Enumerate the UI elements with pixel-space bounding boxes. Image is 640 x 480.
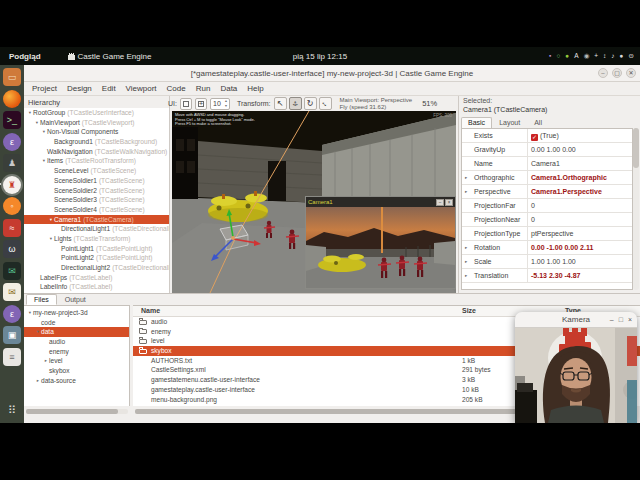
menu-viewport[interactable]: Viewport bbox=[121, 84, 162, 93]
hierarchy-row-mainviewport[interactable]: ▾MainViewport(TCastleViewport) bbox=[24, 118, 169, 128]
hierarchy-row-directionallight1[interactable]: DirectionalLight1(TCastleDirectionalLigh… bbox=[24, 224, 169, 234]
hierarchy-row-labelfps[interactable]: LabelFps(TCastleLabel) bbox=[24, 273, 169, 283]
tree-row-audio[interactable]: audio bbox=[24, 337, 129, 347]
hierarchy-row-scenesoldier1[interactable]: SceneSoldier1(TCastleScene) bbox=[24, 176, 169, 186]
castle-engine-icon[interactable]: ♜ bbox=[3, 176, 21, 194]
files-icon[interactable]: ▭ bbox=[3, 68, 21, 86]
expand-arrow-icon[interactable]: ▸ bbox=[465, 255, 467, 268]
minimize-button[interactable]: – bbox=[598, 68, 608, 78]
translate-tool[interactable]: ↔↕ bbox=[289, 97, 302, 110]
camera-preview-titlebar[interactable]: Camera1 – × bbox=[306, 197, 455, 207]
firefox-icon[interactable] bbox=[3, 90, 21, 108]
tree-row-my-new-project-3d[interactable]: ▾my-new-project-3d bbox=[24, 308, 129, 318]
text-editor-icon[interactable]: ≡ bbox=[3, 348, 21, 366]
focused-app-indicator[interactable]: Castle Game Engine bbox=[67, 52, 152, 61]
hierarchy-row-pointlight2[interactable]: PointLight2(TCastlePointLight) bbox=[24, 253, 169, 263]
hierarchy-row-directionallight2[interactable]: DirectionalLight2(TCastleDirectionalLigh… bbox=[24, 263, 169, 273]
expand-arrow-icon[interactable]: ▸ bbox=[465, 269, 467, 282]
property-row-projectionfar[interactable]: ProjectionFar0 bbox=[462, 199, 632, 213]
property-value[interactable]: 0 bbox=[528, 213, 632, 226]
property-value[interactable]: 0 bbox=[528, 199, 632, 212]
camera-preview-pin-button[interactable]: – bbox=[436, 199, 444, 206]
menu-data[interactable]: Data bbox=[215, 84, 242, 93]
column-name[interactable]: Name bbox=[141, 307, 160, 314]
hierarchy-row-scenesoldier3[interactable]: SceneSoldier3(TCastleScene) bbox=[24, 195, 169, 205]
stepper-arrows[interactable]: ▲▼ bbox=[223, 99, 229, 109]
maximize-button[interactable]: ▢ bbox=[612, 68, 622, 78]
rotate-tool[interactable]: ↻ bbox=[304, 97, 317, 110]
mail-yellow-icon[interactable]: ✉ bbox=[3, 283, 21, 301]
tab-files[interactable]: Files bbox=[26, 294, 57, 305]
tree-row-level[interactable]: ▸level bbox=[24, 356, 129, 366]
menu-code[interactable]: Code bbox=[162, 84, 191, 93]
window-titlebar[interactable]: [*gamestateplay.castle-user-interface] m… bbox=[24, 65, 640, 82]
ui-panel-button[interactable] bbox=[180, 98, 192, 110]
chat-indicator-icon[interactable]: ▪ bbox=[549, 52, 551, 60]
property-row-perspective[interactable]: ▸PerspectiveCamera1.Perspective bbox=[462, 185, 632, 199]
game-tool-icon[interactable]: ♟ bbox=[3, 154, 21, 172]
property-value[interactable]: 0.00 -1.00 0.00 2.11 bbox=[528, 241, 632, 254]
expand-arrow-icon[interactable]: ▸ bbox=[465, 185, 467, 198]
activities-button[interactable]: Podgląd bbox=[9, 52, 41, 61]
menu-edit[interactable]: Edit bbox=[97, 84, 121, 93]
hierarchy-row-camera1[interactable]: ▾Camera1(TCastleCamera) bbox=[24, 215, 169, 225]
discord-icon[interactable]: ω bbox=[3, 240, 21, 258]
column-size[interactable]: Size bbox=[462, 307, 476, 314]
property-value[interactable]: Camera1.Orthographic bbox=[528, 171, 632, 184]
hierarchy-row-scenelevel[interactable]: SceneLevel(TCastleScene) bbox=[24, 166, 169, 176]
scrollbar-thumb[interactable] bbox=[26, 409, 118, 414]
emacs-icon[interactable]: ε bbox=[3, 133, 21, 151]
down-arrow-icon[interactable]: ▼ bbox=[223, 104, 229, 109]
expand-arrow-icon[interactable]: ▸ bbox=[465, 241, 467, 254]
property-row-orthographic[interactable]: ▸OrthographicCamera1.Orthographic bbox=[462, 171, 632, 185]
property-value[interactable]: ptPerspective bbox=[528, 227, 632, 240]
tree-row-code[interactable]: code bbox=[24, 318, 129, 328]
hierarchy-row-items[interactable]: ▾Items(TCastleRootTransform) bbox=[24, 156, 169, 166]
blender-icon[interactable]: ◦ bbox=[3, 197, 21, 215]
property-value[interactable]: 1.00 1.00 1.00 bbox=[528, 255, 632, 268]
tab-output[interactable]: Output bbox=[57, 294, 94, 305]
menu-help[interactable]: Help bbox=[242, 84, 268, 93]
menu-project[interactable]: Project bbox=[27, 84, 62, 93]
hierarchy-row-scenesoldier2[interactable]: SceneSoldier2(TCastleScene) bbox=[24, 186, 169, 196]
notes-red-icon[interactable]: ≈ bbox=[3, 219, 21, 237]
expand-arrow-icon[interactable]: ▸ bbox=[465, 171, 467, 184]
property-row-gravityup[interactable]: GravityUp0.00 1.00 0.00 bbox=[462, 143, 632, 157]
tree-row-data[interactable]: ▾data bbox=[24, 327, 129, 337]
sync-indicator-icon[interactable]: ○ bbox=[556, 52, 560, 60]
launcher-indicator-icon[interactable]: + bbox=[594, 52, 598, 60]
ui-scale-stepper[interactable]: 10 ▲▼ bbox=[210, 98, 230, 110]
tree-row-data-source[interactable]: ▸data-source bbox=[24, 376, 129, 386]
tree-row-enemy[interactable]: enemy bbox=[24, 347, 129, 357]
capture-icon[interactable]: ▣ bbox=[3, 326, 21, 344]
property-value[interactable]: -5.13 2.30 -4.87 bbox=[528, 269, 632, 282]
hierarchy-row-labelinfo[interactable]: LabelInfo(TCastleLabel) bbox=[24, 282, 169, 292]
property-row-scale[interactable]: ▸Scale1.00 1.00 1.00 bbox=[462, 255, 632, 269]
property-row-rotation[interactable]: ▸Rotation0.00 -1.00 0.00 2.11 bbox=[462, 241, 632, 255]
webcam-minimize-button[interactable]: – bbox=[610, 312, 614, 328]
emacs-2-icon[interactable]: ε bbox=[3, 305, 21, 323]
volume-icon[interactable]: ♪ bbox=[611, 52, 614, 60]
webcam-close-button[interactable]: × bbox=[628, 312, 632, 328]
keyboard-layout-indicator[interactable]: A bbox=[574, 52, 578, 60]
terminal-icon[interactable]: >_ bbox=[3, 111, 21, 129]
mail-green-icon[interactable]: ✉ bbox=[3, 262, 21, 280]
hierarchy-row-pointlight1[interactable]: PointLight1(TCastlePointLight) bbox=[24, 244, 169, 254]
hierarchy-row-walknavigation[interactable]: WalkNavigation(TCastleWalkNavigation) bbox=[24, 147, 169, 157]
checkbox-checked-icon[interactable]: ✓ bbox=[531, 134, 538, 141]
viewport-3d[interactable]: Move with AWSD and mouse dragging. Press… bbox=[172, 111, 456, 293]
status-indicator-icon[interactable]: ● bbox=[565, 52, 569, 60]
property-row-exists[interactable]: Exists✓(True) bbox=[462, 129, 632, 143]
webcam-titlebar[interactable]: Kamera – □ × bbox=[515, 312, 637, 328]
microphone-icon[interactable]: ● bbox=[620, 52, 624, 60]
property-value[interactable]: Camera1 bbox=[528, 157, 632, 170]
power-icon[interactable]: ⊙ bbox=[629, 52, 634, 60]
menu-design[interactable]: Design bbox=[62, 84, 97, 93]
ui-add-button[interactable]: + bbox=[195, 98, 207, 110]
tree-row-skybox[interactable]: skybox bbox=[24, 366, 129, 376]
hierarchy-row-non-visual-components[interactable]: ▾Non-Visual Components bbox=[24, 127, 169, 137]
recorder-indicator-icon[interactable]: ◉ bbox=[584, 52, 590, 60]
tree-hscrollbar[interactable] bbox=[26, 409, 128, 414]
scale-tool[interactable]: ↔ bbox=[319, 97, 332, 110]
hierarchy-row-background1[interactable]: Background1(TCastleBackground) bbox=[24, 137, 169, 147]
